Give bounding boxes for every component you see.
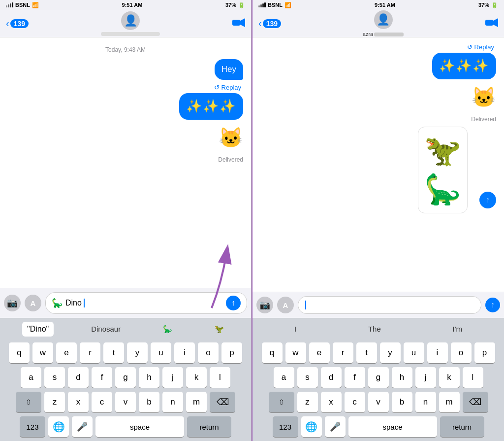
appstore-button-right[interactable]: A [277, 297, 294, 313]
key-p-left[interactable]: p [221, 342, 242, 363]
key-delete-left[interactable]: ⌫ [210, 392, 235, 412]
key-x-left[interactable]: x [68, 392, 89, 412]
status-left-right: BSNL 📶 [258, 2, 291, 8]
replay-label-left[interactable]: ↺ Replay [8, 84, 241, 91]
camera-button-left[interactable]: 📷 [4, 295, 21, 311]
key-f-left[interactable]: f [92, 367, 112, 388]
autocomplete-item-2-left[interactable]: Dinosaur [86, 322, 126, 336]
key-t-left[interactable]: t [103, 342, 124, 363]
key-l-right[interactable]: l [463, 367, 483, 388]
key-j-left[interactable]: j [162, 367, 183, 388]
key-b-left[interactable]: b [139, 392, 159, 412]
replay-label-right[interactable]: ↺ Replay [260, 43, 494, 51]
key-globe-right[interactable]: 🌐 [301, 416, 322, 437]
key-q-left[interactable]: q [9, 342, 30, 363]
key-y-right[interactable]: y [380, 342, 401, 363]
message-input-left[interactable]: 🦕 Dino ↑ [45, 292, 247, 314]
key-return-left[interactable]: return [187, 416, 231, 437]
key-i-right[interactable]: i [427, 342, 448, 363]
key-e-left[interactable]: e [56, 342, 77, 363]
autocomplete-item-1-left[interactable]: "Dino" [22, 322, 54, 337]
send-button-right[interactable]: ↑ [485, 298, 500, 312]
key-a-right[interactable]: a [274, 367, 294, 388]
key-row-3-left: ⇧ z x c v b n m ⌫ [2, 392, 249, 412]
key-n-left[interactable]: n [162, 392, 183, 412]
key-d-right[interactable]: d [321, 367, 342, 388]
key-w-right[interactable]: w [285, 342, 306, 363]
key-i-left[interactable]: i [174, 342, 195, 363]
key-c-left[interactable]: c [92, 392, 112, 412]
key-v-left[interactable]: v [115, 392, 136, 412]
key-j-right[interactable]: j [415, 367, 436, 388]
key-s-left[interactable]: s [44, 367, 65, 388]
key-mic-left[interactable]: 🎤 [72, 416, 93, 437]
back-button-left[interactable]: ‹ 139 [6, 18, 29, 29]
key-l-left[interactable]: l [210, 367, 230, 388]
key-k-right[interactable]: k [439, 367, 460, 388]
key-o-right[interactable]: o [451, 342, 472, 363]
key-g-left[interactable]: g [115, 367, 136, 388]
key-n-right[interactable]: n [415, 392, 436, 412]
input-text-left[interactable]: Dino [65, 299, 223, 307]
key-return-right[interactable]: return [440, 416, 484, 437]
video-call-button-left[interactable] [232, 17, 245, 30]
key-space-left[interactable]: space [95, 416, 184, 437]
keyboard-left: q w e r t y u i o p a s d f g h j k l ⇧ … [0, 339, 251, 441]
key-w-left[interactable]: w [32, 342, 53, 363]
key-g-right[interactable]: g [368, 367, 389, 388]
key-m-left[interactable]: m [186, 392, 207, 412]
bubble-cat-right: 🐱 [472, 82, 496, 112]
key-u-right[interactable]: u [404, 342, 424, 363]
replay-icon-right: ↺ [467, 43, 472, 51]
key-f-right[interactable]: f [345, 367, 365, 388]
appstore-button-left[interactable]: A [25, 295, 41, 311]
text-cursor-left [84, 299, 85, 307]
back-button-right[interactable]: ‹ 139 [258, 18, 281, 29]
send-button-left[interactable]: ↑ [226, 296, 241, 310]
key-r-left[interactable]: r [80, 342, 100, 363]
key-a-left[interactable]: a [21, 367, 41, 388]
nav-center-left[interactable]: 👤 [101, 11, 160, 36]
key-num-right[interactable]: 123 [273, 416, 298, 437]
key-delete-right[interactable]: ⌫ [463, 392, 488, 412]
key-s-right[interactable]: s [297, 367, 318, 388]
video-call-button-right[interactable] [485, 17, 498, 30]
key-shift-left[interactable]: ⇧ [16, 392, 41, 412]
key-r-right[interactable]: r [333, 342, 353, 363]
key-t-right[interactable]: t [356, 342, 377, 363]
key-k-left[interactable]: k [186, 367, 207, 388]
key-z-left[interactable]: z [44, 392, 65, 412]
autocomplete-bar-left: "Dino" Dinosaur 🦕 🦖 [0, 318, 251, 339]
key-space-right[interactable]: space [348, 416, 437, 437]
key-x-right[interactable]: x [321, 392, 342, 412]
key-b-right[interactable]: b [392, 392, 412, 412]
key-mic-right[interactable]: 🎤 [325, 416, 346, 437]
autocomplete-item-4-left[interactable]: 🦖 [210, 322, 229, 337]
autocomplete-label-1-right: I [294, 325, 296, 333]
key-e-right[interactable]: e [309, 342, 330, 363]
autocomplete-item-1-right[interactable]: I [289, 322, 301, 336]
nav-center-right[interactable]: 👤 azra [363, 10, 404, 37]
key-c-right[interactable]: c [345, 392, 365, 412]
camera-button-right[interactable]: 📷 [256, 297, 273, 313]
autocomplete-item-2-right[interactable]: The [363, 322, 386, 336]
send-button-right-inline[interactable]: ↑ [479, 192, 496, 208]
key-p-right[interactable]: p [474, 342, 495, 363]
message-input-right[interactable] [298, 296, 481, 314]
key-y-left[interactable]: y [127, 342, 148, 363]
text-cursor-right [305, 301, 306, 309]
autocomplete-item-3-left[interactable]: 🦕 [158, 322, 177, 337]
key-globe-left[interactable]: 🌐 [48, 416, 69, 437]
key-v-right[interactable]: v [368, 392, 389, 412]
key-h-left[interactable]: h [139, 367, 159, 388]
key-o-left[interactable]: o [198, 342, 219, 363]
key-z-right[interactable]: z [297, 392, 318, 412]
key-shift-right[interactable]: ⇧ [269, 392, 294, 412]
autocomplete-item-3-right[interactable]: I'm [448, 322, 468, 336]
key-u-left[interactable]: u [151, 342, 171, 363]
key-num-left[interactable]: 123 [20, 416, 45, 437]
key-h-right[interactable]: h [392, 367, 412, 388]
key-q-right[interactable]: q [262, 342, 283, 363]
key-m-right[interactable]: m [439, 392, 460, 412]
key-d-left[interactable]: d [68, 367, 89, 388]
